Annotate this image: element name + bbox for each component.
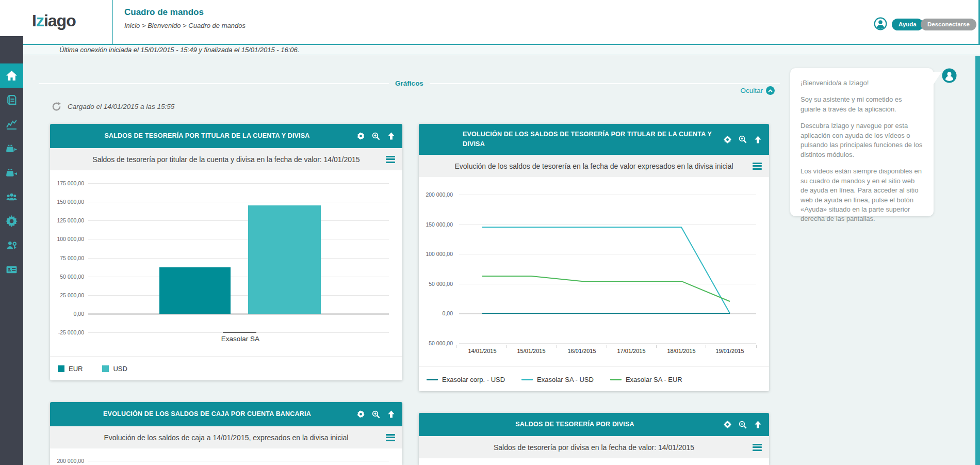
legend-item-usd[interactable]: USD xyxy=(102,365,127,373)
hide-charts-link[interactable]: Ocultar xyxy=(716,86,775,95)
sidebar-item-reports[interactable] xyxy=(0,112,23,136)
gridline xyxy=(88,258,389,259)
divider xyxy=(39,83,389,84)
x-axis-tick xyxy=(456,345,456,348)
chart-subtitle-bar: Evolución de los saldos de tesorería en … xyxy=(419,155,769,177)
gridline xyxy=(88,313,389,315)
card-header: SALDOS DE TESORERÍA POR TITULAR DE LA CU… xyxy=(50,124,402,148)
chart-subtitle-bar: Saldos de tesorería por titular de la cu… xyxy=(50,148,402,170)
sidebar-item-user-access[interactable] xyxy=(0,233,23,258)
collapse-arrow-up-icon[interactable] xyxy=(387,410,395,418)
sidebar-item-documents[interactable] xyxy=(0,88,23,112)
legend-label: EUR xyxy=(69,365,83,373)
charts-section-header: Gráficos xyxy=(39,79,780,87)
card-saldos-titular-divisa: 175 000,00150 000,00125 000,00100 000,00… xyxy=(50,124,402,380)
gear-icon[interactable] xyxy=(724,421,731,428)
sidebar-item-home[interactable] xyxy=(0,63,23,88)
legend-swatch xyxy=(610,379,622,380)
legend-label: Exasolar corp. - USD xyxy=(442,376,505,383)
gear-icon[interactable] xyxy=(724,136,731,143)
gear-icon xyxy=(6,215,18,227)
card-actions xyxy=(724,124,762,155)
card-actions xyxy=(357,124,395,148)
card-evolucion-caja: 200 000,00 EVOLUCIÓN DE LOS SALDOS DE CA… xyxy=(50,402,402,465)
sidebar xyxy=(0,36,23,465)
chart-menu-icon[interactable] xyxy=(753,163,762,171)
chart-legend: Exasolar corp. - USD Exasolar SA - USD E… xyxy=(419,366,769,391)
card-actions xyxy=(357,402,395,426)
card-evolucion-titular-divisa: 200 000,00150 000,00100 000,0050 000,000… xyxy=(419,124,769,391)
zoom-magnifier-icon[interactable] xyxy=(739,135,747,143)
legend-item-exasolar-corp-usd[interactable]: Exasolar corp. - USD xyxy=(427,376,505,383)
legend-item-eur[interactable]: EUR xyxy=(58,365,83,373)
divider xyxy=(430,83,780,84)
legend-item-exasolar-sa-eur[interactable]: Exasolar SA - EUR xyxy=(610,376,682,383)
x-axis-date-label: 19/01/2015 xyxy=(709,348,750,354)
x-axis-tick xyxy=(507,345,507,348)
gridline xyxy=(88,202,389,202)
sidebar-item-settings[interactable] xyxy=(0,209,23,233)
y-axis-tick: 200 000,00 xyxy=(419,191,453,198)
page-title: Cuadro de mandos xyxy=(124,7,204,18)
y-axis-tick: 25 000,00 xyxy=(50,292,84,298)
assistant-bubble: ¡Bienvenido/a a Iziago! Soy su asistente… xyxy=(790,68,934,216)
help-button[interactable]: Ayuda xyxy=(892,19,923,30)
chart-subtitle: Evolución de los saldos de tesorería en … xyxy=(454,162,733,170)
app-logo[interactable]: Iziago xyxy=(32,11,76,30)
x-axis-tick xyxy=(607,345,607,348)
y-axis-tick: -25 000,00 xyxy=(50,329,84,335)
reload-icon[interactable] xyxy=(52,102,61,111)
x-axis-date-label: 14/01/2015 xyxy=(462,348,503,354)
user-profile-icon[interactable] xyxy=(874,17,887,30)
chart-menu-icon[interactable] xyxy=(386,156,395,165)
sidebar-item-payments-out[interactable] xyxy=(0,136,23,161)
chart-subtitle: Saldos de tesorería por titular de la cu… xyxy=(92,155,360,164)
bar-usd[interactable] xyxy=(248,205,321,314)
y-axis-tick: 100 000,00 xyxy=(50,236,84,242)
collapse-arrow-up-icon[interactable] xyxy=(754,421,762,428)
card-header: EVOLUCIÓN DE LOS SALDOS DE CAJA POR CUEN… xyxy=(50,402,402,426)
gridline xyxy=(459,313,756,314)
chart-subtitle: Saldos de tesorería por divisa en la fec… xyxy=(494,443,694,452)
zoom-magnifier-icon[interactable] xyxy=(739,421,747,429)
gear-icon[interactable] xyxy=(357,132,365,140)
vertical-scrollbar[interactable] xyxy=(975,56,980,465)
x-axis-tick xyxy=(557,345,557,348)
y-axis-tick: 100 000,00 xyxy=(419,251,453,257)
zoom-magnifier-icon[interactable] xyxy=(372,410,380,419)
x-axis-date-label: 16/01/2015 xyxy=(561,348,602,354)
collapse-arrow-up-icon[interactable] xyxy=(387,132,395,140)
collapse-arrow-up-icon[interactable] xyxy=(754,136,762,143)
y-axis-tick: 150 000,00 xyxy=(419,221,453,228)
gridline xyxy=(88,239,389,239)
card-title: EVOLUCIÓN DE LOS SALDOS DE TESORERÍA POR… xyxy=(419,130,769,150)
sidebar-item-bank-accounts[interactable] xyxy=(0,258,23,282)
card-header: EVOLUCIÓN DE LOS SALDOS DE TESORERÍA POR… xyxy=(419,124,769,155)
line-chart-icon xyxy=(6,118,18,130)
legend-item-exasolar-sa-usd[interactable]: Exasolar SA - USD xyxy=(521,376,594,383)
sidebar-item-third-parties[interactable] xyxy=(0,185,23,209)
line-series xyxy=(482,227,730,313)
chart-menu-icon[interactable] xyxy=(386,434,395,443)
breadcrumb[interactable]: Inicio > Bienvenido > Cuadro de mandos xyxy=(124,22,246,29)
y-axis-tick: 175 000,00 xyxy=(50,180,84,186)
assistant-greeting: ¡Bienvenido/a a Iziago! xyxy=(801,78,923,88)
gridline xyxy=(459,195,756,195)
chart-subtitle-bar: Saldos de tesorería por divisa en la fec… xyxy=(419,436,769,458)
gear-icon[interactable] xyxy=(357,410,365,418)
logo-part: I xyxy=(32,11,36,30)
card-title: SALDOS DE TESORERÍA POR DIVISA xyxy=(419,420,769,429)
y-axis-tick: 75 000,00 xyxy=(50,255,84,261)
legend-swatch xyxy=(427,379,438,380)
chart-menu-icon[interactable] xyxy=(753,444,762,453)
zoom-magnifier-icon[interactable] xyxy=(372,132,380,140)
top-header: Iziago Cuadro de mandos Inicio > Bienven… xyxy=(0,0,980,44)
bar-eur[interactable] xyxy=(159,267,231,314)
hide-label: Ocultar xyxy=(740,87,763,94)
logout-button[interactable]: Desconectarse xyxy=(921,19,976,30)
legend-swatch xyxy=(58,365,64,372)
sidebar-item-collections-in[interactable] xyxy=(0,161,23,185)
assistant-avatar-icon[interactable] xyxy=(942,68,957,83)
card-header: SALDOS DE TESORERÍA POR DIVISA xyxy=(419,413,769,436)
y-axis-tick: 150 000,00 xyxy=(50,199,84,205)
